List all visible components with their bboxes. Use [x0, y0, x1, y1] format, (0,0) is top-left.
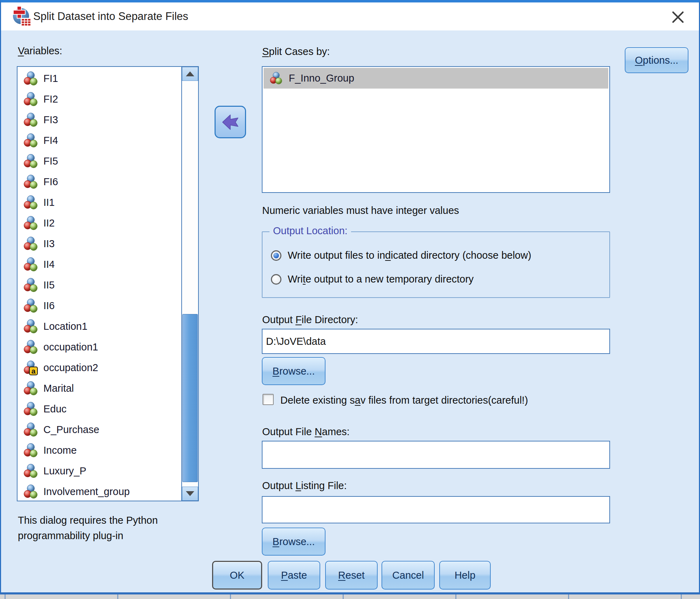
list-item[interactable]: II2 — [18, 213, 181, 234]
list-item[interactable]: II3 — [18, 234, 181, 254]
list-item[interactable]: FI5 — [18, 151, 181, 172]
variable-name: II3 — [43, 238, 55, 250]
list-item[interactable]: FI1 — [18, 68, 181, 89]
grid-line — [568, 594, 569, 599]
nominal-variable-icon — [24, 257, 38, 272]
grid-line — [681, 594, 682, 599]
variable-name: FI5 — [43, 155, 58, 167]
list-item[interactable]: C_Purchase — [18, 419, 181, 440]
variable-name: occupation2 — [43, 362, 98, 374]
variable-name: II5 — [43, 279, 55, 291]
nominal-variable-icon — [24, 299, 38, 313]
variables-scrollbar[interactable] — [181, 67, 198, 501]
variable-name: FI6 — [43, 176, 58, 188]
cancel-button[interactable]: Cancel — [382, 561, 435, 590]
output-file-directory-input[interactable] — [262, 329, 610, 354]
numeric-note: Numeric variables must have integer valu… — [262, 205, 459, 216]
list-item[interactable]: occupation1 — [18, 337, 181, 357]
nominal-variable-icon — [24, 423, 38, 437]
delete-sav-checkbox[interactable] — [262, 394, 274, 405]
radio-unselected-icon[interactable] — [271, 274, 281, 285]
variable-name: FI1 — [43, 73, 58, 84]
split-variable-name: F_Inno_Group — [289, 72, 354, 84]
output-file-names-label: Output File Names: — [262, 426, 350, 438]
scroll-up-icon[interactable] — [182, 67, 198, 81]
variable-name: II6 — [43, 300, 55, 312]
background-app-strip — [0, 594, 700, 599]
list-item[interactable]: Income — [18, 440, 181, 461]
split-cases-list[interactable]: F_Inno_Group — [262, 66, 610, 193]
variable-name: II2 — [43, 217, 55, 229]
grid-line — [343, 594, 344, 599]
output-file-directory-label: Output File Directory: — [262, 314, 358, 326]
grid-line — [230, 594, 231, 599]
paste-button[interactable]: Paste — [268, 561, 320, 590]
output-file-names-input[interactable] — [262, 441, 610, 469]
list-item[interactable]: FI6 — [18, 172, 181, 192]
list-item[interactable]: Luxury_P — [18, 461, 181, 481]
split-dataset-dialog: Split Dataset into Separate Files Variab… — [0, 0, 700, 594]
selected-split-variable[interactable]: F_Inno_Group — [264, 68, 608, 89]
list-item[interactable]: II1 — [18, 192, 181, 213]
nominal-variable-icon — [24, 175, 38, 189]
nominal-variable-icon — [24, 195, 38, 210]
list-item[interactable]: Educ — [18, 399, 181, 419]
variable-name: FI4 — [43, 135, 58, 146]
nominal-variable-icon — [24, 402, 38, 417]
list-item[interactable]: Location1 — [18, 316, 181, 337]
move-variable-button[interactable] — [215, 106, 246, 138]
list-item[interactable]: FI3 — [18, 110, 181, 130]
nominal-variable-icon — [24, 113, 38, 127]
nominal-variable-icon — [24, 485, 38, 499]
nominal-variable-icon — [24, 237, 38, 251]
output-location-legend: Output Location: — [270, 225, 351, 237]
variables-list[interactable]: FI1FI2FI3FI4FI5FI6II1II2II3II4II5II6Loca… — [17, 66, 199, 501]
scrollbar-thumb[interactable] — [182, 314, 198, 482]
output-listing-file-input[interactable] — [262, 496, 610, 523]
nominal-variable-icon — [24, 381, 38, 396]
output-listing-file-label: Output Listing File: — [262, 480, 347, 492]
string-variable-icon: a — [24, 361, 38, 375]
nominal-variable-icon — [24, 92, 38, 107]
radio-write-temporary-directory[interactable]: Write output to a new temporary director… — [271, 273, 474, 285]
list-item[interactable]: II6 — [18, 295, 181, 316]
left-arrow-icon — [220, 112, 240, 132]
variable-name: C_Purchase — [43, 424, 99, 436]
variable-name: FI3 — [43, 114, 58, 126]
list-item[interactable]: II4 — [18, 254, 181, 275]
variable-name: Location1 — [43, 321, 88, 332]
nominal-variable-icon — [270, 72, 283, 85]
python-plugin-note: This dialog requires the Python programm… — [18, 513, 168, 543]
list-item[interactable]: aoccupation2 — [18, 357, 181, 378]
browse-directory-button[interactable]: Browse... — [262, 357, 326, 385]
variable-name: Involvement_group — [43, 486, 130, 497]
scroll-down-icon[interactable] — [182, 487, 198, 501]
variables-label: Variables: — [18, 45, 62, 57]
list-item[interactable]: II5 — [18, 275, 181, 295]
screen: Split Dataset into Separate Files Variab… — [0, 0, 700, 599]
nominal-variable-icon — [24, 133, 38, 148]
list-item[interactable]: Involvement_group — [18, 481, 181, 501]
spss-dialog-icon — [12, 7, 31, 27]
reset-button[interactable]: Reset — [325, 561, 378, 590]
list-item[interactable]: FI4 — [18, 130, 181, 151]
browse-listing-button[interactable]: Browse... — [262, 528, 326, 556]
nominal-variable-icon — [24, 464, 38, 479]
nominal-variable-icon — [24, 154, 38, 169]
title-bar: Split Dataset into Separate Files — [1, 2, 699, 30]
nominal-variable-icon — [24, 216, 38, 231]
ok-button[interactable]: OK — [212, 561, 262, 590]
list-item[interactable]: Marital — [18, 378, 181, 399]
list-item[interactable]: FI2 — [18, 89, 181, 110]
variable-name: Income — [43, 445, 77, 456]
options-button[interactable]: Options... — [625, 47, 688, 73]
close-icon[interactable] — [670, 9, 686, 25]
radio-selected-icon[interactable] — [271, 250, 281, 261]
nominal-variable-icon — [24, 319, 38, 334]
radio-write-indicated-directory[interactable]: Write output files to indicated director… — [271, 250, 531, 261]
grid-line — [455, 594, 456, 599]
output-location-group: Output Location: Write output files to i… — [262, 231, 610, 298]
variable-name: FI2 — [43, 93, 58, 105]
nominal-variable-icon — [24, 340, 38, 355]
help-button[interactable]: Help — [439, 561, 491, 590]
